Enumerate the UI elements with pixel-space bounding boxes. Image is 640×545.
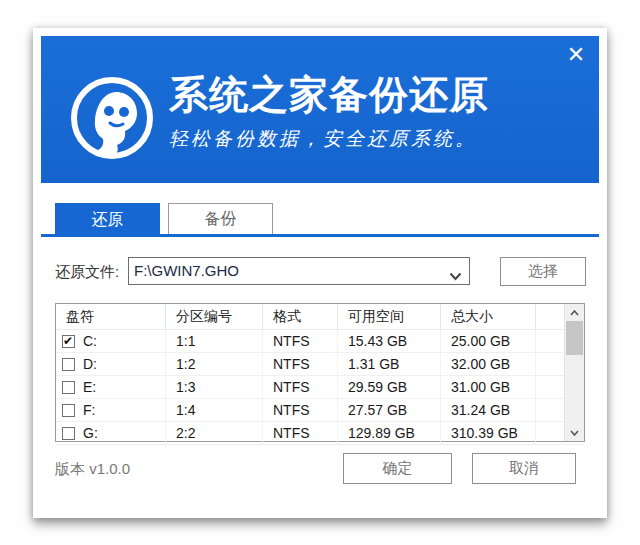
table-row-e[interactable]: E: 1:3 NTFS 29.59 GB 31.00 GB [56,376,584,399]
scrollbar-thumb[interactable] [566,321,583,355]
table-row-g[interactable]: G: 2:2 NTFS 129.89 GB 310.39 GB [56,422,584,445]
tab-restore[interactable]: 还原 [55,203,160,237]
table-row-d[interactable]: D: 1:2 NTFS 1.31 GB 32.00 GB [56,353,584,376]
close-icon[interactable]: ✕ [561,40,591,70]
cell-partition: 1:1 [166,330,263,352]
cell-partition: 2:2 [166,422,263,444]
cell-total-size: 31.00 GB [441,376,536,398]
table-row-f[interactable]: F: 1:4 NTFS 27.57 GB 31.24 GB [56,399,584,422]
table-header-row: 盘符 分区编号 格式 可用空间 总大小 [56,304,584,330]
tab-backup[interactable]: 备份 [168,203,273,234]
row-checkbox[interactable] [62,358,75,371]
cell-drive: D: [83,356,97,372]
row-checkbox[interactable] [62,335,75,348]
restore-file-value: F:\GWIN7.GHO [134,258,239,284]
cell-free-space: 129.89 GB [338,422,441,444]
table-row-c[interactable]: C: 1:1 NTFS 15.43 GB 25.00 GB [56,330,584,353]
app-header: ✕ 系统之家备份还原 轻松备份数据，安全还原系统。 [41,36,599,183]
ok-button[interactable]: 确定 [343,453,452,484]
version-label: 版本 v1.0.0 [55,453,130,485]
header-titles: 系统之家备份还原 轻松备份数据，安全还原系统。 [169,72,589,152]
cancel-button[interactable]: 取消 [472,453,576,484]
footer-bar: 版本 v1.0.0 确定 取消 [55,453,585,485]
cell-partition: 1:3 [166,376,263,398]
cell-format: NTFS [263,376,338,398]
app-subtitle: 轻松备份数据，安全还原系统。 [169,126,589,152]
column-header-drive[interactable]: 盘符 [56,304,166,329]
column-header-partition[interactable]: 分区编号 [166,304,263,329]
cell-total-size: 25.00 GB [441,330,536,352]
app-window: ✕ 系统之家备份还原 轻松备份数据，安全还原系统。 还原 备份 [33,28,607,518]
cell-format: NTFS [263,330,338,352]
cell-drive: E: [83,379,96,395]
column-header-format[interactable]: 格式 [263,304,338,329]
row-checkbox[interactable] [62,427,75,440]
app-title: 系统之家备份还原 [169,72,589,118]
table-scrollbar[interactable] [564,304,584,441]
column-header-total[interactable]: 总大小 [441,304,536,329]
cell-free-space: 1.31 GB [338,353,441,375]
ghost-logo-icon [70,76,154,160]
table-body: C: 1:1 NTFS 15.43 GB 25.00 GB D: 1:2 NTF… [56,330,584,445]
partition-table: 盘符 分区编号 格式 可用空间 总大小 C: 1:1 NTFS 15.43 GB… [55,303,585,442]
cell-drive: F: [83,402,95,418]
column-header-free[interactable]: 可用空间 [338,304,441,329]
tab-bar: 还原 备份 [41,203,599,237]
restore-file-row: 还原文件: F:\GWIN7.GHO 选择 [55,257,585,287]
cell-total-size: 310.39 GB [441,422,536,444]
cell-partition: 1:4 [166,399,263,421]
tab-underline [41,234,599,237]
desktop-background: ✕ 系统之家备份还原 轻松备份数据，安全还原系统。 还原 备份 [0,0,640,545]
cell-format: NTFS [263,353,338,375]
row-checkbox[interactable] [62,404,75,417]
restore-file-combobox[interactable]: F:\GWIN7.GHO [128,257,470,285]
scroll-down-icon[interactable] [565,424,584,441]
cell-drive: G: [83,425,98,441]
cell-format: NTFS [263,399,338,421]
cell-format: NTFS [263,422,338,444]
scroll-up-icon[interactable] [565,304,584,321]
row-checkbox[interactable] [62,381,75,394]
cell-drive: C: [83,333,97,349]
cell-partition: 1:2 [166,353,263,375]
cell-free-space: 15.43 GB [338,330,441,352]
cell-free-space: 27.57 GB [338,399,441,421]
cell-total-size: 31.24 GB [441,399,536,421]
cell-free-space: 29.59 GB [338,376,441,398]
chevron-down-icon[interactable] [449,267,462,276]
cell-total-size: 32.00 GB [441,353,536,375]
restore-file-label: 还原文件: [55,257,119,287]
select-button[interactable]: 选择 [500,257,586,286]
